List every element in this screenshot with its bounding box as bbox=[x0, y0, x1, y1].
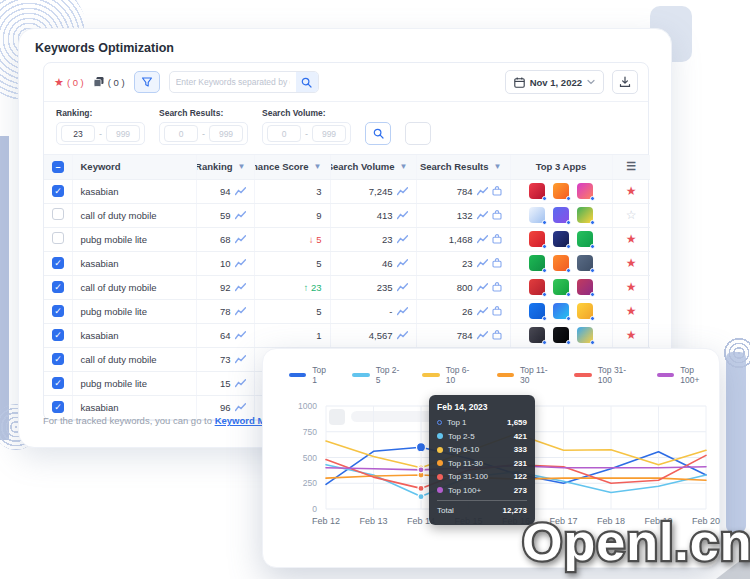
trend-icon[interactable] bbox=[477, 331, 488, 340]
keyword-label: pubg mobile lite bbox=[81, 306, 148, 317]
trend-icon[interactable] bbox=[235, 283, 246, 292]
columns-menu-icon[interactable]: ☰ bbox=[626, 160, 636, 172]
favorite-star[interactable]: ★ bbox=[626, 256, 637, 270]
page-title: Keywords Optimization bbox=[35, 41, 174, 55]
app-icon[interactable] bbox=[553, 207, 569, 223]
trend-icon[interactable] bbox=[397, 235, 408, 244]
volume-to-input[interactable] bbox=[312, 125, 346, 142]
apply-filter-button[interactable] bbox=[365, 122, 391, 145]
row-checkbox[interactable]: ✓ bbox=[52, 353, 64, 365]
keyword-search-input[interactable] bbox=[170, 77, 296, 87]
row-checkbox[interactable] bbox=[52, 208, 64, 220]
range-dash: - bbox=[99, 129, 102, 139]
copy-icon bbox=[93, 76, 105, 88]
favorite-star[interactable]: ☆ bbox=[626, 208, 637, 222]
table-row: call of duty mobile599413132☆ bbox=[44, 203, 650, 227]
row-checkbox[interactable]: ✓ bbox=[52, 257, 64, 269]
bag-icon[interactable] bbox=[492, 306, 502, 316]
volume-from-input[interactable] bbox=[267, 125, 301, 142]
clear-filter-button[interactable] bbox=[405, 122, 431, 145]
trend-icon[interactable] bbox=[477, 235, 488, 244]
trend-icon[interactable] bbox=[477, 307, 488, 316]
trend-icon[interactable] bbox=[235, 355, 246, 364]
trend-icon[interactable] bbox=[235, 211, 246, 220]
sort-icon[interactable]: ▼ bbox=[400, 162, 408, 171]
app-icon[interactable] bbox=[577, 207, 593, 223]
app-icon[interactable] bbox=[577, 303, 593, 319]
bag-icon[interactable] bbox=[492, 186, 502, 196]
app-icon[interactable] bbox=[577, 183, 593, 199]
keyword-label: call of duty mobile bbox=[81, 210, 157, 221]
trend-icon[interactable] bbox=[397, 187, 408, 196]
app-icon[interactable] bbox=[529, 327, 545, 343]
app-icon[interactable] bbox=[529, 207, 545, 223]
row-checkbox[interactable]: ✓ bbox=[52, 329, 64, 341]
trend-icon[interactable] bbox=[477, 211, 488, 220]
search-volume-value: 4,567 bbox=[369, 330, 393, 341]
favorite-star[interactable]: ★ bbox=[626, 232, 637, 246]
ranking-value: 78 bbox=[220, 306, 231, 317]
trend-icon[interactable] bbox=[477, 283, 488, 292]
sort-icon[interactable]: ▼ bbox=[238, 162, 246, 171]
bag-icon[interactable] bbox=[492, 258, 502, 268]
row-checkbox[interactable] bbox=[52, 232, 64, 244]
sort-icon[interactable]: ▼ bbox=[494, 162, 502, 171]
row-checkbox[interactable]: ✓ bbox=[52, 401, 64, 413]
trend-icon[interactable] bbox=[397, 331, 408, 340]
app-icon[interactable] bbox=[529, 183, 545, 199]
trend-icon[interactable] bbox=[397, 283, 408, 292]
trend-icon[interactable] bbox=[477, 259, 488, 268]
row-checkbox[interactable]: ✓ bbox=[52, 377, 64, 389]
favorite-star[interactable]: ★ bbox=[626, 304, 637, 318]
app-icon[interactable] bbox=[553, 183, 569, 199]
app-icon[interactable] bbox=[553, 255, 569, 271]
app-icon[interactable] bbox=[529, 279, 545, 295]
app-icon[interactable] bbox=[577, 255, 593, 271]
trend-icon[interactable] bbox=[235, 259, 246, 268]
trend-icon[interactable] bbox=[397, 211, 408, 220]
bag-icon[interactable] bbox=[492, 282, 502, 292]
ranking-to-input[interactable] bbox=[106, 125, 140, 142]
range-dash: - bbox=[202, 129, 205, 139]
trend-icon[interactable] bbox=[235, 403, 246, 412]
search-volume-value: 7,245 bbox=[369, 186, 393, 197]
results-from-input[interactable] bbox=[164, 125, 198, 142]
results-to-input[interactable] bbox=[209, 125, 243, 142]
favorite-star[interactable]: ★ bbox=[626, 280, 637, 294]
trend-icon[interactable] bbox=[235, 235, 246, 244]
trend-icon[interactable] bbox=[235, 379, 246, 388]
favorite-star[interactable]: ★ bbox=[626, 328, 637, 342]
ranking-from-input[interactable] bbox=[61, 125, 95, 142]
date-picker[interactable]: Nov 1, 2022 bbox=[505, 70, 604, 94]
app-icon[interactable] bbox=[553, 327, 569, 343]
trend-icon[interactable] bbox=[235, 307, 246, 316]
favorite-star[interactable]: ★ bbox=[626, 184, 637, 198]
row-checkbox[interactable]: ✓ bbox=[52, 281, 64, 293]
bag-icon[interactable] bbox=[492, 210, 502, 220]
app-icon[interactable] bbox=[577, 327, 593, 343]
bag-icon[interactable] bbox=[492, 234, 502, 244]
search-icon[interactable] bbox=[296, 72, 318, 92]
trend-icon[interactable] bbox=[477, 187, 488, 196]
copied-filter-button[interactable]: ( 0 ) bbox=[93, 76, 125, 88]
app-icon[interactable] bbox=[529, 303, 545, 319]
select-all-checkbox[interactable]: – bbox=[52, 161, 64, 173]
app-icon[interactable] bbox=[577, 231, 593, 247]
app-icon[interactable] bbox=[529, 231, 545, 247]
bag-icon[interactable] bbox=[492, 330, 502, 340]
trend-icon[interactable] bbox=[235, 331, 246, 340]
trend-icon[interactable] bbox=[235, 187, 246, 196]
app-icon[interactable] bbox=[553, 303, 569, 319]
row-checkbox[interactable]: ✓ bbox=[52, 185, 64, 197]
app-icon[interactable] bbox=[529, 255, 545, 271]
row-checkbox[interactable]: ✓ bbox=[52, 305, 64, 317]
sort-icon[interactable]: ▼ bbox=[314, 162, 322, 171]
trend-icon[interactable] bbox=[397, 307, 408, 316]
app-icon[interactable] bbox=[553, 231, 569, 247]
download-button[interactable] bbox=[612, 70, 638, 94]
trend-icon[interactable] bbox=[397, 259, 408, 268]
favorites-filter-button[interactable]: ★ ( 0 ) bbox=[54, 77, 84, 88]
filter-button[interactable] bbox=[134, 71, 160, 93]
app-icon[interactable] bbox=[553, 279, 569, 295]
app-icon[interactable] bbox=[577, 279, 593, 295]
